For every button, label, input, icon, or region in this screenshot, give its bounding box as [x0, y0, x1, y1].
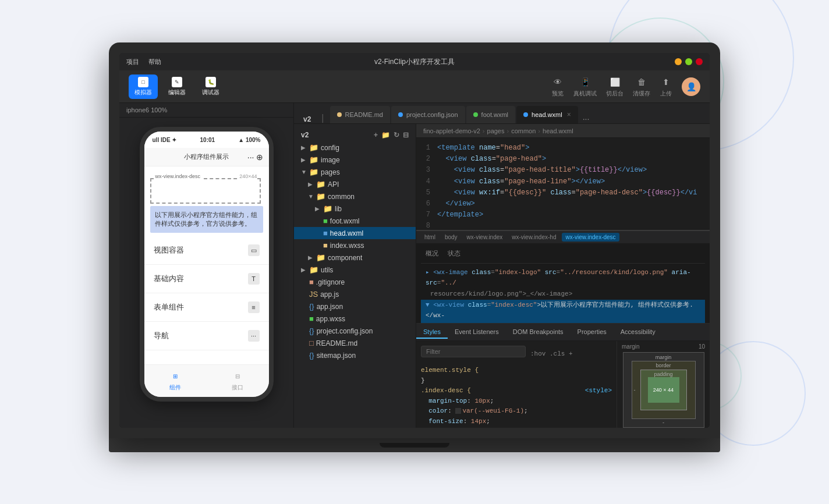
upload-action[interactable]: ⬆ 上传 — [660, 76, 672, 98]
node-body[interactable]: body — [441, 233, 461, 242]
dots-icon: ··· — [247, 152, 254, 162]
code-editor[interactable]: 1 <template name="head"> 2 <view class="… — [416, 138, 710, 230]
filter-options: :hov .cls + — [530, 350, 573, 357]
tree-common[interactable]: ▼ 📁 common — [294, 190, 416, 203]
chevron-right-icon: ▶ — [301, 267, 307, 273]
tree-api[interactable]: ▶ 📁 API — [294, 178, 416, 190]
dt-tab-preview[interactable]: 概况 — [421, 247, 443, 261]
bottom-nav-components[interactable]: ⊞ 组件 — [144, 365, 207, 397]
accessibility-tab[interactable]: Accessibility — [614, 326, 663, 339]
file-icon: ■ — [323, 216, 328, 225]
tree-pages[interactable]: ▼ 📁 pages — [294, 166, 416, 178]
preview-label: 预览 — [552, 90, 564, 98]
upload-label: 上传 — [660, 90, 672, 98]
tree-utils[interactable]: ▶ 📁 utils — [294, 264, 416, 276]
tab-more-btn[interactable]: ··· — [579, 114, 593, 123]
new-folder-icon[interactable]: 📁 — [381, 131, 390, 139]
editor-and-devtools: 1 <template name="head"> 2 <view class="… — [416, 138, 710, 428]
list-label-2: 表单组件 — [154, 302, 184, 313]
switch-icon: ⬜ — [608, 76, 621, 88]
real-debug-action[interactable]: 📱 真机调试 — [573, 76, 597, 98]
styles-and-boxmodel: :hov .cls + element.style { } — [416, 341, 710, 428]
margin-top-line: margin-top: 10px; — [421, 396, 612, 407]
toolbar-left: □ 模拟器 ✎ 编辑器 🐛 调试器 — [129, 74, 225, 99]
user-avatar[interactable]: 👤 — [682, 77, 700, 96]
file-icon: {} — [309, 351, 314, 360]
new-file-icon[interactable]: + — [374, 131, 378, 139]
simulate-btn[interactable]: □ 模拟器 — [129, 74, 158, 99]
tree-foot-wxml[interactable]: ■ foot.wxml — [294, 215, 416, 227]
collapse-icon[interactable]: ⊟ — [403, 131, 409, 139]
styles-filter-input[interactable] — [421, 346, 526, 357]
debug-btn[interactable]: 🐛 调试器 — [196, 74, 225, 99]
file-icon: {} — [309, 326, 314, 335]
breadcrumb-sep-2: › — [507, 127, 509, 134]
preview-action[interactable]: 👁 预览 — [551, 76, 564, 98]
tree-api-label: API — [328, 180, 339, 189]
tree-app-js[interactable]: JS app.js — [294, 288, 416, 300]
tab-project-config[interactable]: project.config.json — [391, 106, 465, 123]
tree-app-wxss-label: app.wxss — [316, 315, 345, 323]
bottom-nav-api[interactable]: ⊟ 接口 — [207, 365, 269, 397]
real-debug-icon: 📱 — [579, 76, 591, 88]
tree-sitemap[interactable]: {} sitemap.json — [294, 349, 416, 361]
minimize-btn[interactable] — [675, 58, 682, 65]
chevron-right-icon: ▶ — [308, 181, 314, 187]
breadcrumb-common: common — [511, 127, 536, 134]
editor-btn[interactable]: ✎ 编辑器 — [162, 74, 192, 99]
node-html[interactable]: html — [421, 233, 439, 242]
refresh-icon[interactable]: ↻ — [394, 131, 399, 139]
switch-action[interactable]: ⬜ 切后台 — [606, 76, 623, 98]
tree-app-json[interactable]: {} app.json — [294, 300, 416, 313]
title-bar: 项目 帮助 v2-FinClip小程序开发工具 — [119, 53, 710, 70]
list-item-3[interactable]: 导航 ··· — [144, 322, 269, 350]
event-listeners-tab[interactable]: Event Listeners — [448, 326, 506, 339]
dom-breakpoints-tab[interactable]: DOM Breakpoints — [506, 326, 571, 339]
node-wx-view-index-desc[interactable]: wx-view.index-desc — [562, 233, 619, 242]
menu-help[interactable]: 帮助 — [148, 58, 161, 66]
tree-readme[interactable]: □ README.md — [294, 337, 416, 349]
list-item-0[interactable]: 视图容器 ▭ — [144, 236, 269, 265]
node-wx-view-index-hd[interactable]: wx-view.index-hd — [508, 233, 559, 242]
zoom-label: 100% — [151, 107, 167, 113]
tree-app-wxss[interactable]: ■ app.wxss — [294, 313, 416, 325]
list-item-2[interactable]: 表单组件 ≡ — [144, 293, 269, 322]
laptop-base — [109, 438, 720, 452]
node-wx-view-index[interactable]: wx-view.index — [463, 233, 506, 242]
folder-icon: 📁 — [316, 253, 325, 262]
styles-tab[interactable]: Styles — [416, 326, 448, 339]
phone-mockup: ull IDE ✦ 10:01 ▲ 100% 小程序组件展示 ··· ⊕ — [140, 127, 274, 402]
code-line-3: 3 <view class="page-head-title">{{title}… — [416, 165, 710, 176]
code-line-6: 6 </view> — [416, 198, 710, 210]
tree-index-wxss[interactable]: ■ index.wxss — [294, 239, 416, 251]
editor-icon: ✎ — [172, 77, 182, 87]
tree-index-wxss-label: index.wxss — [330, 242, 364, 250]
list-item-1[interactable]: 基础内容 T — [144, 265, 269, 293]
list-icon-2: ≡ — [248, 301, 260, 313]
properties-tab[interactable]: Properties — [571, 326, 614, 339]
menu-project[interactable]: 项目 — [126, 58, 139, 66]
phone-status-left: ull IDE ✦ — [153, 137, 177, 143]
tab-readme[interactable]: README.md — [330, 106, 390, 123]
tree-image[interactable]: ▶ 📁 image — [294, 154, 416, 166]
dt-tab-appdata[interactable]: 状态 — [443, 247, 465, 261]
tab-foot-wxml[interactable]: foot.wxml — [466, 106, 515, 123]
code-line-8: 8 — [416, 221, 710, 230]
maximize-btn[interactable] — [685, 58, 692, 65]
tree-component[interactable]: ▶ 📁 component — [294, 251, 416, 264]
clear-cache-action[interactable]: 🗑 清缓存 — [633, 76, 650, 98]
tree-config-label: config — [321, 144, 339, 152]
html-tree-content: ▸ <wx-image class="index-logo" src="../r… — [421, 267, 705, 323]
upload-icon: ⬆ — [660, 76, 672, 88]
tree-gitignore[interactable]: ■ .gitignore — [294, 276, 416, 288]
tree-head-wxml[interactable]: ■ head.wxml — [294, 227, 416, 239]
tab-close-icon[interactable]: × — [567, 111, 571, 119]
tab-head-wxml[interactable]: head.wxml × — [516, 106, 578, 123]
editor-label: 编辑器 — [168, 88, 186, 97]
tree-config[interactable]: ▶ 📁 config — [294, 141, 416, 154]
laptop-screen: 项目 帮助 v2-FinClip小程序开发工具 □ 模拟器 — [119, 53, 710, 428]
tree-lib[interactable]: ▶ 📁 lib — [294, 203, 416, 215]
tree-project-config[interactable]: {} project.config.json — [294, 325, 416, 337]
device-label: iphone6 — [126, 107, 149, 113]
close-btn[interactable] — [696, 58, 703, 65]
